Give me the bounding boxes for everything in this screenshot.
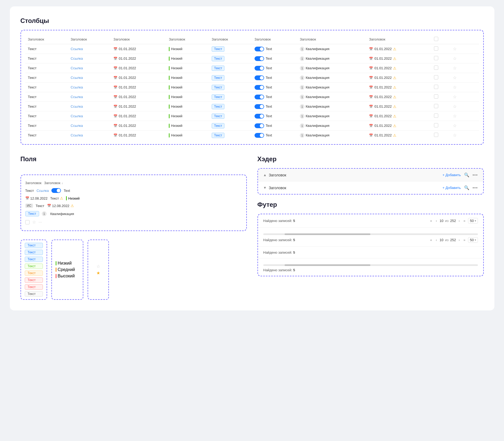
row-checkbox[interactable] [434, 56, 438, 60]
cell-toggle: Text [252, 73, 297, 83]
row-checkbox[interactable] [434, 104, 438, 108]
cell-star[interactable]: ☆ [450, 111, 468, 121]
cell-link[interactable]: Ссылка [68, 83, 111, 92]
cell-checkbox[interactable] [431, 44, 450, 54]
cell-checkbox[interactable] [431, 111, 450, 121]
badge-cell: 1 [300, 66, 305, 71]
footer-title: Футер [257, 201, 484, 208]
pag-last-2[interactable]: » [462, 237, 466, 242]
cell-link[interactable]: Ссылка [68, 63, 111, 73]
cell-tag: Текст [209, 63, 252, 73]
toggle-cell[interactable] [255, 85, 264, 90]
field-checkbox[interactable] [25, 220, 30, 224]
row-star[interactable]: ☆ [453, 114, 457, 118]
cell-checkbox[interactable] [431, 63, 450, 73]
add-button-2[interactable]: + Добавить [442, 186, 461, 190]
toggle-cell[interactable] [255, 47, 264, 51]
cell-date: 📅 01.01.2022 [111, 111, 166, 121]
pag-prev-2[interactable]: ‹ [435, 237, 438, 242]
cell-link[interactable]: Ссылка [68, 131, 111, 140]
row-star[interactable]: ☆ [453, 95, 457, 99]
more-icon-2[interactable]: ••• [473, 185, 478, 190]
cell-link[interactable]: Ссылка [68, 92, 111, 102]
chevron-up-icon[interactable]: ▲ [263, 173, 267, 177]
per-page-2[interactable]: 50 ▾ [468, 237, 478, 243]
row-checkbox[interactable] [434, 133, 438, 137]
toggle-cell[interactable] [255, 104, 264, 109]
cell-checkbox[interactable] [431, 83, 450, 92]
chevron-down-icon[interactable]: ▼ [263, 186, 267, 190]
field-priority: Низкий [66, 196, 80, 200]
search-icon-2[interactable]: 🔍 [464, 185, 469, 190]
toggle-cell[interactable] [255, 114, 264, 119]
cell-star[interactable]: ☆ [450, 63, 468, 73]
cell-toggle: Text [252, 63, 297, 73]
row-star[interactable]: ☆ [453, 123, 457, 128]
cell-star[interactable]: ☆ [450, 73, 468, 83]
cell-checkbox[interactable] [431, 131, 450, 140]
field-star[interactable]: ☆ [32, 220, 36, 225]
row-checkbox[interactable] [434, 66, 438, 70]
row-star[interactable]: ☆ [453, 47, 457, 51]
per-page-1[interactable]: 50 ▾ [468, 218, 478, 224]
row-star[interactable]: ☆ [453, 66, 457, 70]
calendar-icon-1: 📅 [25, 196, 29, 200]
toggle-cell[interactable] [255, 66, 264, 71]
header-checkbox[interactable] [434, 37, 438, 41]
cell-link[interactable]: Ссылка [68, 102, 111, 111]
cell-checkbox[interactable] [431, 73, 450, 83]
cell-star[interactable]: ☆ [450, 131, 468, 140]
row-checkbox[interactable] [434, 123, 438, 127]
cell-star[interactable]: ☆ [450, 83, 468, 92]
scroll-bar-2[interactable] [263, 264, 478, 266]
star-empty[interactable]: ☆ [96, 264, 100, 269]
cell-star[interactable]: ☆ [450, 44, 468, 54]
header-row-1: ▲ Заголовок + Добавить 🔍 ••• [258, 169, 483, 181]
cell-star[interactable]: ☆ [450, 121, 468, 131]
row-checkbox[interactable] [434, 85, 438, 89]
star-filled[interactable]: ★ [96, 270, 100, 276]
pag-next-1[interactable]: › [457, 218, 461, 223]
pag-prev-1[interactable]: ‹ [435, 218, 438, 223]
date-val: 01.01.2022 [119, 85, 136, 89]
scroll-bar-1[interactable] [263, 233, 478, 235]
cell-link[interactable]: Ссылка [68, 54, 111, 63]
cell-checkbox[interactable] [431, 102, 450, 111]
row-star[interactable]: ☆ [453, 104, 457, 109]
row-star[interactable]: ☆ [453, 133, 457, 137]
cell-checkbox[interactable] [431, 121, 450, 131]
toggle-cell[interactable] [255, 123, 264, 128]
pag-last-1[interactable]: » [462, 218, 466, 223]
cell-link[interactable]: Ссылка [68, 121, 111, 131]
pag-first-2[interactable]: « [429, 237, 433, 242]
field-toggle[interactable] [51, 188, 61, 193]
cell-star[interactable]: ☆ [450, 54, 468, 63]
field-link[interactable]: Ссылка [36, 189, 49, 193]
cell-checkbox[interactable] [431, 54, 450, 63]
row-star[interactable]: ☆ [453, 85, 457, 90]
pag-first-1[interactable]: « [429, 218, 433, 223]
cell-checkbox[interactable] [431, 92, 450, 102]
row-star[interactable]: ☆ [453, 75, 457, 80]
row-checkbox[interactable] [434, 94, 438, 99]
pag-next-2[interactable]: › [457, 237, 461, 242]
cell-date: 📅 01.01.2022 [111, 63, 166, 73]
toggle-cell[interactable] [255, 75, 264, 80]
search-icon-1[interactable]: 🔍 [464, 172, 469, 177]
cell-link[interactable]: Ссылка [68, 73, 111, 83]
cell-star[interactable]: ☆ [450, 102, 468, 111]
row-checkbox[interactable] [434, 75, 438, 79]
cell-link[interactable]: Ссылка [68, 44, 111, 54]
toggle-cell[interactable] [255, 95, 264, 99]
cell-text: Текст [25, 63, 68, 73]
toggle-cell[interactable] [255, 56, 264, 61]
row-checkbox[interactable] [434, 114, 438, 118]
cell-star[interactable]: ☆ [450, 92, 468, 102]
more-icon-1[interactable]: ••• [473, 173, 478, 177]
row-star[interactable]: ☆ [453, 56, 457, 61]
prio-dot-red [56, 274, 56, 278]
row-checkbox[interactable] [434, 46, 438, 51]
cell-link[interactable]: Ссылка [68, 111, 111, 121]
add-button-1[interactable]: + Добавить [442, 173, 461, 177]
toggle-cell[interactable] [255, 133, 264, 138]
